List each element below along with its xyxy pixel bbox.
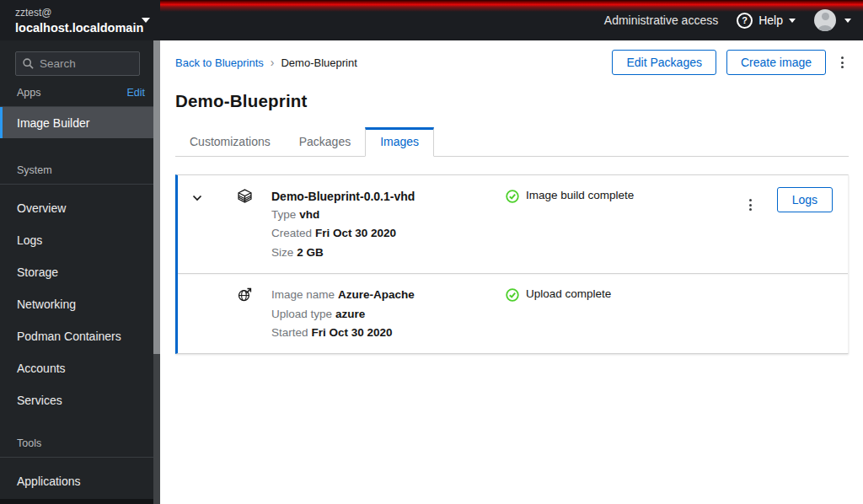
sidebar-item-label: Applications — [17, 475, 81, 488]
sidebar-item-label: Image Builder — [17, 116, 89, 130]
administrative-access-indicator[interactable]: Administrative access — [604, 13, 718, 27]
chevron-down-icon — [844, 19, 851, 23]
tab-customizations[interactable]: Customizations — [175, 127, 285, 157]
divider — [434, 127, 849, 157]
page-kebab-menu-button[interactable] — [836, 53, 849, 72]
scrollbar-thumb[interactable] — [153, 40, 160, 354]
sidebar-item-label: Podman Containers — [17, 330, 121, 343]
sidebar-item-image-builder[interactable]: Image Builder — [0, 107, 160, 138]
status-text: Upload complete — [526, 287, 611, 300]
sidebar-item-label: Overview — [17, 201, 66, 215]
sidebar-item-label: Services — [17, 394, 62, 407]
edit-packages-button[interactable]: Edit Packages — [612, 50, 716, 75]
image-name: Demo-Blueprint-0.0.1-vhd — [271, 187, 506, 206]
detail-label: Type — [271, 208, 296, 221]
breadcrumb-back-link[interactable]: Back to Blueprints — [175, 56, 264, 69]
detail-value: azure — [335, 308, 365, 320]
upload-row: Image nameAzure-Apache Upload typeazure … — [178, 273, 848, 353]
main-content: Back to Blueprints › Demo-Blueprint Edit… — [160, 40, 863, 504]
success-check-icon — [506, 288, 519, 302]
detail-value: vhd — [299, 208, 319, 221]
sidebar: zztest@ localhost.localdomain Apps Edit … — [0, 0, 160, 504]
tab-packages[interactable]: Packages — [285, 127, 365, 157]
host-switcher[interactable]: zztest@ localhost.localdomain — [0, 0, 160, 40]
breadcrumb-current: Demo-Blueprint — [281, 56, 356, 69]
sidebar-nav: Apps Edit Image Builder System Overview … — [0, 87, 160, 496]
nav-section-title-system: System — [17, 164, 52, 176]
sidebar-item-label: Logs — [17, 233, 42, 247]
success-check-icon — [506, 190, 519, 203]
sidebar-item-applications[interactable]: Applications — [0, 465, 160, 496]
help-label: Help — [758, 13, 783, 27]
detail-label: Upload type — [271, 308, 332, 320]
status-text: Image build complete — [526, 189, 634, 201]
chevron-down-icon — [142, 18, 150, 23]
row-expand-toggle[interactable] — [189, 190, 206, 206]
sidebar-item-accounts[interactable]: Accounts — [0, 352, 160, 383]
sidebar-item-storage[interactable]: Storage — [0, 256, 160, 287]
masthead: Administrative access ? Help — [160, 0, 863, 40]
tabs: Customizations Packages Images — [175, 127, 849, 157]
row-kebab-menu-button[interactable] — [744, 196, 757, 214]
detail-label: Created — [271, 227, 312, 239]
sidebar-item-networking[interactable]: Networking — [0, 288, 160, 319]
sidebar-item-logs[interactable]: Logs — [0, 224, 160, 255]
host-name: localhost.localdomain — [15, 19, 138, 36]
help-icon: ? — [737, 13, 753, 29]
detail-label: Image name — [271, 288, 335, 301]
detail-label: Started — [271, 326, 308, 339]
detail-value: Azure-Apache — [338, 288, 415, 301]
tab-images[interactable]: Images — [365, 127, 434, 157]
detail-value: Fri Oct 30 2020 — [315, 227, 396, 239]
image-row: Demo-Blueprint-0.0.1-vhd Typevhd Created… — [178, 175, 848, 273]
sidebar-item-services[interactable]: Services — [0, 384, 160, 416]
images-data-list: Demo-Blueprint-0.0.1-vhd Typevhd Created… — [175, 174, 849, 354]
chevron-down-icon — [789, 19, 796, 23]
detail-value: 2 GB — [297, 246, 324, 259]
logs-button[interactable]: Logs — [777, 187, 833, 212]
help-menu-button[interactable]: ? Help — [737, 13, 796, 29]
detail-label: Size — [271, 246, 293, 259]
sidebar-item-label: Storage — [17, 265, 58, 279]
nav-section-title-apps: Apps — [17, 87, 41, 99]
image-cube-icon — [238, 189, 252, 203]
chevron-down-icon — [192, 195, 202, 201]
host-user: zztest@ — [15, 6, 138, 19]
nav-section-title-tools: Tools — [17, 437, 41, 449]
sidebar-item-label: Networking — [17, 298, 76, 311]
sidebar-item-label: Accounts — [17, 362, 66, 375]
create-image-button[interactable]: Create image — [726, 50, 826, 75]
detail-value: Fri Oct 30 2020 — [312, 326, 393, 339]
apps-edit-link[interactable]: Edit — [126, 87, 145, 99]
avatar — [814, 9, 836, 31]
sidebar-search[interactable] — [15, 51, 140, 76]
sidebar-scrollbar[interactable] — [153, 40, 160, 504]
breadcrumb-separator-icon: › — [271, 56, 275, 69]
page-title: Demo-Blueprint — [175, 91, 849, 111]
sidebar-item-overview[interactable]: Overview — [0, 192, 160, 223]
search-icon — [23, 58, 34, 69]
divider — [0, 499, 153, 504]
upload-globe-icon — [238, 287, 252, 302]
search-input[interactable] — [40, 57, 132, 70]
breadcrumb: Back to Blueprints › Demo-Blueprint — [175, 56, 357, 69]
user-menu-button[interactable] — [814, 9, 851, 31]
sidebar-item-podman-containers[interactable]: Podman Containers — [0, 320, 160, 351]
